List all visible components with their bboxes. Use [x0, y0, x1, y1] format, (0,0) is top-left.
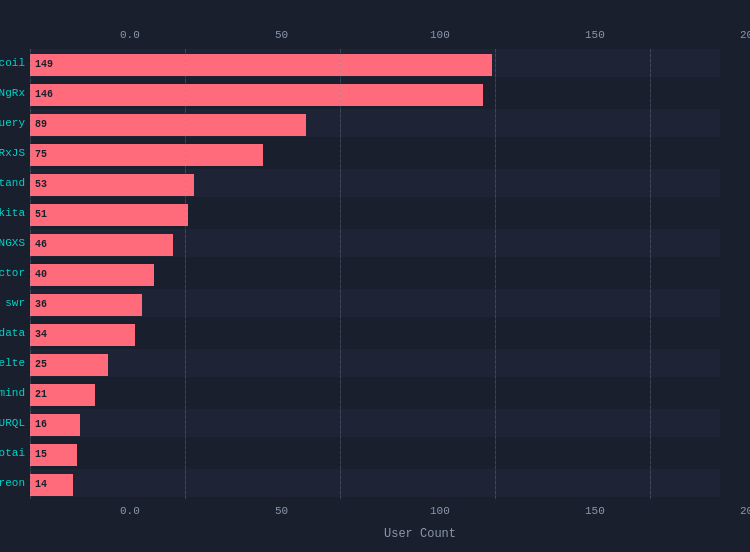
bar-value-label: 14	[30, 479, 47, 490]
bar-fill: 21	[30, 384, 95, 406]
bar-fill: 149	[30, 54, 492, 76]
bar-label: URQL	[0, 417, 25, 429]
bar-value-label: 149	[30, 59, 53, 70]
top-axis-tick: 200	[740, 29, 750, 41]
top-axis-tick: 50	[275, 29, 288, 41]
bar-value-label: 51	[30, 209, 47, 220]
bottom-axis: 0.050100150200	[120, 501, 720, 521]
bar-value-label: 25	[30, 359, 47, 370]
bar-fill: 53	[30, 174, 194, 196]
bar-value-label: 16	[30, 419, 47, 430]
bar-label: NGXS	[0, 237, 25, 249]
bar-fill: 89	[30, 114, 306, 136]
bar-label: Zustand	[0, 177, 25, 189]
bar-value-label: 36	[30, 299, 47, 310]
bar-row: Zustand53	[30, 169, 720, 197]
bar-value-label: 89	[30, 119, 47, 130]
bar-value-label: 21	[30, 389, 47, 400]
bar-label: ember-data	[0, 327, 25, 339]
chart-area: 0.050100150200 Recoil149NgRx146React Que…	[30, 25, 720, 502]
bar-fill: 16	[30, 414, 80, 436]
bar-row: Storeon14	[30, 469, 720, 497]
bar-fill: 15	[30, 444, 77, 466]
x-axis-title: User Count	[120, 527, 720, 541]
bar-label: Overmind	[0, 387, 25, 399]
bar-value-label: 34	[30, 329, 47, 340]
bottom-axis-tick: 50	[275, 505, 288, 517]
bar-label: NgRx	[0, 87, 25, 99]
bar-label: swr	[0, 297, 25, 309]
bar-fill: 40	[30, 264, 154, 286]
bar-row: NGXS46	[30, 229, 720, 257]
bottom-axis-tick: 0.0	[120, 505, 140, 517]
bar-label: Storeon	[0, 477, 25, 489]
top-axis-tick: 150	[585, 29, 605, 41]
bar-row: Recoil149	[30, 49, 720, 77]
bar-fill: 46	[30, 234, 173, 256]
bar-fill: 146	[30, 84, 483, 106]
bar-row: Svelte25	[30, 349, 720, 377]
bar-label: React Query	[0, 117, 25, 129]
bar-value-label: 75	[30, 149, 47, 160]
bar-value-label: 40	[30, 269, 47, 280]
bar-label: Recoil	[0, 57, 25, 69]
chart-container: 0.050100150200 Recoil149NgRx146React Que…	[10, 10, 740, 542]
bar-value-label: 46	[30, 239, 47, 250]
bar-fill: 51	[30, 204, 188, 226]
bar-fill: 75	[30, 144, 263, 166]
bars-wrapper: Recoil149NgRx146React Query89RxJS75Zusta…	[30, 49, 720, 497]
bar-label: Effector	[0, 267, 25, 279]
bottom-axis-tick: 100	[430, 505, 450, 517]
bar-value-label: 53	[30, 179, 47, 190]
bar-row: Effector40	[30, 259, 720, 287]
bottom-axis-tick: 200	[740, 505, 750, 517]
bar-label: RxJS	[0, 147, 25, 159]
bar-row: swr36	[30, 289, 720, 317]
bar-label: Svelte	[0, 357, 25, 369]
bar-label: Akita	[0, 207, 25, 219]
bar-row: NgRx146	[30, 79, 720, 107]
top-axis-tick: 0.0	[120, 29, 140, 41]
bar-row: React Query89	[30, 109, 720, 137]
bar-row: RxJS75	[30, 139, 720, 167]
top-axis: 0.050100150200	[120, 25, 720, 45]
bar-label: Jotai	[0, 447, 25, 459]
bar-value-label: 15	[30, 449, 47, 460]
bar-row: Akita51	[30, 199, 720, 227]
bar-fill: 25	[30, 354, 108, 376]
bar-value-label: 146	[30, 89, 53, 100]
bar-row: Jotai15	[30, 439, 720, 467]
bar-row: Overmind21	[30, 379, 720, 407]
bottom-axis-tick: 150	[585, 505, 605, 517]
bar-row: ember-data34	[30, 319, 720, 347]
bar-fill: 14	[30, 474, 73, 496]
bar-fill: 34	[30, 324, 135, 346]
bar-fill: 36	[30, 294, 142, 316]
bar-row: URQL16	[30, 409, 720, 437]
top-axis-tick: 100	[430, 29, 450, 41]
